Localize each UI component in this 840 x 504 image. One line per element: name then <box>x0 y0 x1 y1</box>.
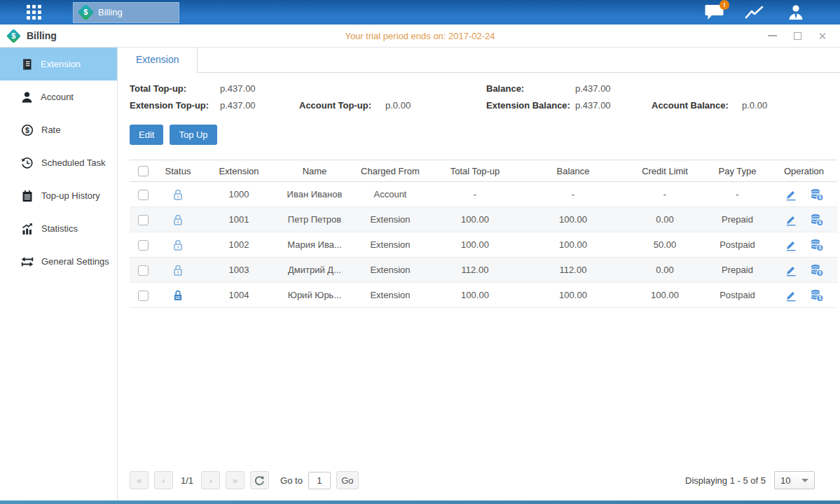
table-row: 1002 Мария Ива... Extension 100.00 100.0… <box>130 232 837 258</box>
billing-summary: Total Top-up: p.437.00 Balance: p.437.00… <box>130 83 830 111</box>
tab-extension[interactable]: Extension <box>118 48 198 73</box>
minimize-button[interactable] <box>767 31 777 41</box>
tabstrip: Extension <box>118 48 840 73</box>
refresh-button[interactable] <box>250 471 269 489</box>
column-header-charged-from: Charged From <box>351 160 429 182</box>
goto-page-input[interactable] <box>308 472 331 489</box>
edit-icon[interactable] <box>785 239 797 251</box>
top-up-icon[interactable]: $ <box>810 214 824 226</box>
account-balance-value: p.0.00 <box>742 100 830 111</box>
taskbar: $ Billing ! <box>0 0 840 24</box>
topup-history-icon <box>21 190 34 202</box>
sidebar-item-label: Scheduled Task <box>41 158 106 168</box>
notifications-chat-icon[interactable]: ! <box>705 4 724 20</box>
row-checkbox[interactable] <box>138 265 149 276</box>
window-titlebar: $ Billing Your trial period ends on: 201… <box>0 24 840 48</box>
maximize-button[interactable] <box>792 31 802 41</box>
cell-name: Дмитрий Д... <box>278 258 351 283</box>
page-size-select[interactable]: 10 <box>774 471 815 489</box>
edit-icon[interactable] <box>785 264 797 276</box>
sidebar-item-rate[interactable]: $ Rate <box>0 113 117 146</box>
sidebar-item-general-settings[interactable]: General Settings <box>0 245 117 278</box>
cell-balance: - <box>521 182 626 207</box>
sidebar-item-account[interactable]: Account <box>0 80 117 113</box>
account-icon <box>21 91 33 104</box>
sidebar-item-topup-history[interactable]: Top-up History <box>0 179 117 212</box>
taskbar-tab-label: Billing <box>98 7 123 18</box>
column-header-credit-limit: Credit Limit <box>626 160 704 182</box>
total-topup-value: p.437.00 <box>220 83 299 94</box>
sidebar-item-statistics[interactable]: Statistics <box>0 212 117 245</box>
balance-value: p.437.00 <box>575 83 652 94</box>
billing-app-icon: $ <box>77 4 94 20</box>
edit-icon[interactable] <box>785 214 797 226</box>
locked-icon <box>172 289 184 302</box>
cell-pay-type: - <box>704 182 771 207</box>
cell-credit-limit: 0.00 <box>626 258 704 283</box>
refresh-icon <box>254 475 265 486</box>
balance-label: Balance: <box>486 83 575 94</box>
user-account-icon[interactable] <box>787 4 805 21</box>
svg-text:$: $ <box>25 125 29 134</box>
top-up-button[interactable]: Top Up <box>170 125 216 145</box>
row-checkbox[interactable] <box>138 240 149 251</box>
cell-name: Иван Иванов <box>278 182 351 207</box>
cell-extension: 1002 <box>200 232 278 258</box>
table-row: 1000 Иван Иванов Account - - - - $ <box>130 182 837 207</box>
billing-window-icon: $ <box>6 28 21 43</box>
unlocked-icon <box>172 214 184 226</box>
goto-label: Go to <box>280 475 303 486</box>
statistics-icon <box>21 223 34 235</box>
taskbar-tab-billing[interactable]: $ Billing <box>73 2 179 23</box>
row-checkbox[interactable] <box>138 290 149 301</box>
extension-icon <box>21 58 33 71</box>
row-checkbox[interactable] <box>138 215 149 225</box>
displaying-text: Displaying 1 - 5 of 5 <box>685 475 766 486</box>
cell-credit-limit: - <box>626 182 704 207</box>
desktop-edge-strip <box>0 500 840 504</box>
general-settings-icon <box>21 255 34 268</box>
top-up-icon[interactable]: $ <box>810 188 824 201</box>
column-header-status: Status <box>156 160 200 182</box>
first-page-button[interactable]: « <box>130 471 149 489</box>
edit-icon[interactable] <box>785 289 797 302</box>
svg-text:$: $ <box>818 195 821 200</box>
sidebar: Extension Account $ Rate Scheduled Task <box>0 48 118 500</box>
select-all-checkbox[interactable] <box>138 166 149 176</box>
cell-name: Мария Ива... <box>278 232 351 258</box>
cell-pay-type: Prepaid <box>704 258 771 283</box>
svg-text:$: $ <box>818 270 821 276</box>
cell-pay-type: Postpaid <box>704 283 771 308</box>
column-header-extension: Extension <box>200 160 278 182</box>
row-checkbox[interactable] <box>138 190 149 200</box>
top-up-icon[interactable]: $ <box>810 239 824 251</box>
go-button[interactable]: Go <box>336 471 359 489</box>
svg-text:$: $ <box>818 220 821 225</box>
edit-button[interactable]: Edit <box>130 125 163 145</box>
last-page-button[interactable]: » <box>226 471 245 489</box>
sidebar-item-label: Account <box>41 92 74 102</box>
account-balance-label: Account Balance: <box>652 100 742 111</box>
cell-total-topup: 100.00 <box>429 283 521 308</box>
top-up-icon[interactable]: $ <box>810 289 824 302</box>
unlocked-icon <box>172 239 184 251</box>
previous-page-button[interactable]: ‹ <box>154 471 173 489</box>
edit-icon[interactable] <box>785 188 797 201</box>
table-header-row: Status Extension Name Charged From Total… <box>130 160 837 182</box>
top-up-icon[interactable]: $ <box>810 264 824 276</box>
cell-charged-from: Extension <box>351 258 429 283</box>
rate-icon: $ <box>21 124 34 136</box>
cell-total-topup: 100.00 <box>429 232 521 258</box>
next-page-button[interactable]: › <box>201 471 220 489</box>
notification-badge: ! <box>719 0 729 10</box>
cell-charged-from: Extension <box>351 283 429 308</box>
sidebar-item-label: Statistics <box>41 223 78 234</box>
extensions-table: Status Extension Name Charged From Total… <box>130 160 837 308</box>
app-grid-icon[interactable] <box>27 5 41 20</box>
cell-name: Петр Петров <box>278 207 351 232</box>
column-header-pay-type: Pay Type <box>704 160 771 182</box>
sidebar-item-extension[interactable]: Extension <box>0 48 117 80</box>
close-button[interactable]: ✕ <box>818 31 827 41</box>
sidebar-item-scheduled-task[interactable]: Scheduled Task <box>0 146 117 179</box>
reports-chart-icon[interactable] <box>745 4 766 21</box>
